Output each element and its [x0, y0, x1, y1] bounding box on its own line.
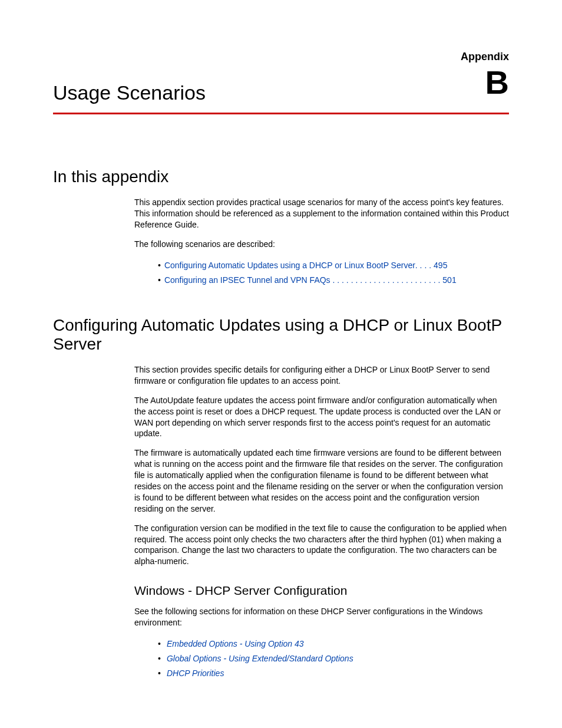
- toc-page-number: 495: [434, 258, 447, 273]
- list-item[interactable]: • DHCP Priorities: [158, 666, 509, 681]
- cross-reference-link: Global Options - Using Extended/Standard…: [167, 651, 353, 666]
- body-paragraph: The firmware is automatically updated ea…: [134, 447, 509, 514]
- toc-link-text: Configuring an IPSEC Tunnel and VPN FAQs: [164, 273, 330, 288]
- chapter-title: Usage Scenarios: [53, 81, 509, 104]
- subsection-windows-dhcp-title: Windows - DHCP Server Configuration: [134, 584, 509, 598]
- appendix-label: Appendix: [461, 51, 509, 63]
- body-paragraph: The configuration version can be modifie…: [134, 523, 509, 568]
- section-in-this-appendix-title: In this appendix: [53, 167, 509, 186]
- appendix-letter: B: [485, 66, 509, 99]
- bullet-icon: •: [158, 651, 161, 666]
- cross-reference-link: Embedded Options - Using Option 43: [167, 637, 304, 651]
- list-item[interactable]: • Embedded Options - Using Option 43: [158, 637, 509, 651]
- toc-link-text: Configuring Automatic Updates using a DH…: [164, 258, 415, 273]
- toc-list: • Configuring Automatic Updates using a …: [158, 258, 509, 288]
- body-paragraph: This section provides specific details f…: [134, 364, 509, 387]
- bullet-icon: •: [158, 273, 161, 288]
- cross-reference-link: DHCP Priorities: [167, 666, 224, 681]
- toc-item[interactable]: • Configuring an IPSEC Tunnel and VPN FA…: [158, 273, 509, 288]
- bullet-icon: •: [158, 258, 161, 273]
- section-config-auto-updates-title: Configuring Automatic Updates using a DH…: [53, 316, 509, 354]
- toc-dots: . . . . . . . . . . . . . . . . . . . . …: [330, 273, 441, 288]
- chapter-divider: [53, 113, 509, 114]
- toc-item[interactable]: • Configuring Automatic Updates using a …: [158, 258, 509, 273]
- bullet-icon: •: [158, 637, 161, 651]
- sub-links-list: • Embedded Options - Using Option 43 • G…: [158, 637, 509, 681]
- bullet-icon: •: [158, 666, 161, 681]
- toc-page-number: 501: [442, 273, 456, 288]
- body-paragraph: The AutoUpdate feature updates the acces…: [134, 395, 509, 440]
- toc-dots: . . . .: [415, 258, 431, 273]
- body-paragraph: This appendix section provides practical…: [134, 197, 509, 230]
- list-item[interactable]: • Global Options - Using Extended/Standa…: [158, 651, 509, 666]
- body-paragraph: See the following sections for informati…: [134, 606, 509, 628]
- body-paragraph: The following scenarios are described:: [134, 239, 509, 250]
